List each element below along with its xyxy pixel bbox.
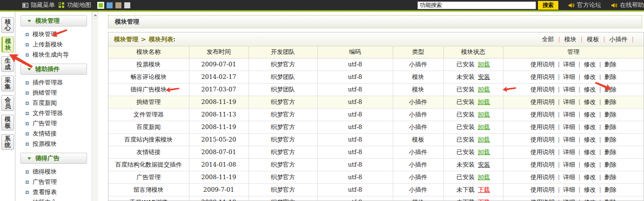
action-link-删除[interactable]: 删除 [604,73,617,80]
status-action-link[interactable]: 下载 [478,199,490,201]
sidebar-item-投票模块[interactable]: 投票模块 [16,139,92,149]
status-action-link[interactable]: 安装 [478,73,490,80]
action-link-修改[interactable]: 修改 [584,149,596,156]
action-link-使用说明[interactable]: 使用说明 [530,136,555,143]
sidebar-scrollbar[interactable] [92,12,98,201]
sidebar-item-模块管理[interactable]: 模块管理 [16,29,92,39]
action-link-详细[interactable]: 详细 [563,73,575,80]
filter-link-小插件[interactable]: 小插件 [610,35,628,44]
action-link-删除[interactable]: 删除 [604,149,617,156]
action-link-详细[interactable]: 详细 [563,161,575,168]
action-link-详细[interactable]: 详细 [563,174,575,181]
tab-核心[interactable]: 核心 [1,17,14,33]
action-link-使用说明[interactable]: 使用说明 [530,174,555,181]
sidebar-section-header-辅助插件[interactable]: 辅助插件 [20,64,87,75]
scroll-up-button[interactable] [92,12,98,19]
action-link-修改[interactable]: 修改 [584,199,596,201]
sidebar-item-德得模块[interactable]: 德得模块 [16,167,92,177]
action-link-详细[interactable]: 详细 [563,199,575,201]
status-action-link[interactable]: 卸载 [478,86,490,93]
action-link-使用说明[interactable]: 使用说明 [530,86,555,93]
action-link-修改[interactable]: 修改 [584,86,596,93]
top-menu-item-hide-menu[interactable]: 隐藏菜单 [22,1,55,9]
tab-采集[interactable]: 采集 [1,76,14,91]
action-link-使用说明[interactable]: 使用说明 [530,98,555,105]
top-menu-item-function-map[interactable]: 功能地图 [59,1,91,9]
tab-模块[interactable]: 模块 [1,37,14,52]
status-action-link[interactable]: 卸载 [478,111,490,118]
theme-swatch-1[interactable] [98,2,104,8]
search-input[interactable] [417,1,536,9]
action-link-详细[interactable]: 详细 [563,98,575,105]
action-link-修改[interactable]: 修改 [584,73,596,80]
sidebar-item-上传新模块[interactable]: 上传新模块 [16,39,92,50]
action-link-删除[interactable]: 删除 [604,136,617,143]
action-link-详细[interactable]: 详细 [563,123,575,130]
filter-link-模块[interactable]: 模块 [564,35,577,44]
search-button[interactable]: 搜索 [538,1,558,10]
action-link-使用说明[interactable]: 使用说明 [530,111,555,118]
sidebar-item-文件管理器[interactable]: 文件管理器 [16,108,92,118]
action-link-使用说明[interactable]: 使用说明 [530,199,555,201]
tab-系统[interactable]: 系统 [1,134,14,150]
action-link-使用说明[interactable]: 使用说明 [530,186,555,193]
action-link-详细[interactable]: 详细 [563,61,575,68]
sidebar-item-广告管理[interactable]: 广告管理 [16,177,92,187]
sidebar-item-查看报表[interactable]: 查看报表 [16,187,92,197]
action-link-使用说明[interactable]: 使用说明 [530,149,555,156]
action-link-修改[interactable]: 修改 [584,161,596,168]
action-link-删除[interactable]: 删除 [604,86,617,93]
sidebar-section-header-德得广告[interactable]: 德得广告 [20,153,87,164]
action-link-修改[interactable]: 修改 [584,186,596,193]
filter-link-全部[interactable]: 全部 [542,35,554,44]
action-link-修改[interactable]: 修改 [584,174,596,181]
sidebar-item-挑错管理[interactable]: 挑错管理 [16,88,92,98]
status-action-link[interactable]: 安装 [478,161,490,168]
action-link-删除[interactable]: 删除 [604,186,617,193]
filter-link-模板[interactable]: 模板 [587,35,599,44]
action-link-删除[interactable]: 删除 [604,61,617,68]
action-link-修改[interactable]: 修改 [584,98,596,105]
sidebar-item-百度新闻[interactable]: 百度新闻 [16,98,92,108]
status-action-link[interactable]: 卸载 [478,61,490,68]
sidebar-item-广告管理[interactable]: 广告管理 [16,118,92,129]
theme-swatch-2[interactable] [107,2,113,8]
action-link-删除[interactable]: 删除 [604,174,617,181]
top-link-official-forum[interactable]: 官方论坛 [569,1,601,9]
breadcrumb-root[interactable]: 模块管理 [114,36,138,43]
theme-swatch-4[interactable] [124,2,130,8]
status-action-link[interactable]: 卸载 [478,174,490,181]
status-action-link[interactable]: 卸载 [478,149,490,156]
action-link-删除[interactable]: 删除 [604,98,617,105]
sidebar-item-友情链接[interactable]: 友情链接 [16,129,92,139]
status-action-link[interactable]: 下载 [478,186,490,193]
action-link-修改[interactable]: 修改 [584,61,596,68]
sidebar-item-模块生成向导[interactable]: 模块生成向导 [16,50,92,60]
status-action-link[interactable]: 卸载 [478,123,490,130]
action-link-使用说明[interactable]: 使用说明 [530,123,555,130]
action-link-使用说明[interactable]: 使用说明 [530,161,555,168]
status-action-link[interactable]: 卸载 [478,136,490,143]
action-link-使用说明[interactable]: 使用说明 [530,61,555,68]
tab-模板[interactable]: 模板 [1,115,14,130]
action-link-详细[interactable]: 详细 [563,86,575,93]
action-link-删除[interactable]: 删除 [604,161,617,168]
action-link-修改[interactable]: 修改 [584,123,596,130]
sidebar-item-结算中心[interactable]: 结算中心 [16,197,92,201]
action-link-详细[interactable]: 详细 [563,186,575,193]
status-action-link[interactable]: 卸载 [478,98,490,105]
action-link-详细[interactable]: 详细 [563,149,575,156]
tab-生成[interactable]: 生成 [1,56,14,72]
action-link-修改[interactable]: 修改 [584,111,596,118]
top-link-online-help[interactable]: 在线帮助 [611,1,644,9]
theme-swatch-3[interactable] [115,2,121,8]
tab-会员[interactable]: 会员 [1,95,14,111]
action-link-使用说明[interactable]: 使用说明 [530,73,555,80]
action-link-删除[interactable]: 删除 [604,111,617,118]
action-link-删除[interactable]: 删除 [604,123,617,130]
action-link-修改[interactable]: 修改 [584,136,596,143]
sidebar-item-插件管理器[interactable]: 插件管理器 [16,78,92,88]
sidebar-section-header-模块管理[interactable]: 模块管理 [20,15,87,26]
action-link-详细[interactable]: 详细 [563,111,575,118]
action-link-详细[interactable]: 详细 [563,136,575,143]
